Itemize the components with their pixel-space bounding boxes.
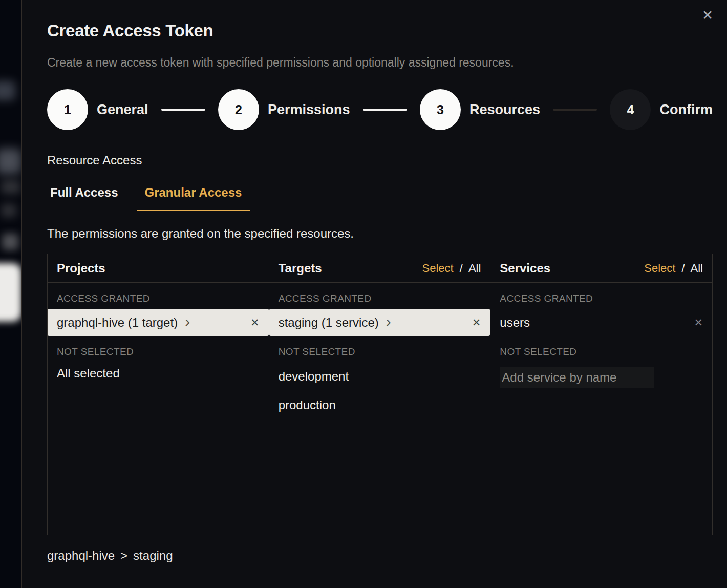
granted-target-row[interactable]: staging (1 service) › ✕ — [269, 309, 490, 336]
granted-project-row[interactable]: graphql-hive (1 target) › ✕ — [48, 309, 269, 336]
resource-selection-table: Projects ACCESS GRANTED graphql-hive (1 … — [47, 254, 713, 535]
step-confirm[interactable]: 4 Confirm — [610, 89, 713, 130]
step-label: Resources — [469, 102, 540, 118]
targets-select-all-link[interactable]: All — [468, 262, 481, 275]
breadcrumb-separator: > — [120, 549, 127, 563]
tab-granular-access[interactable]: Granular Access — [137, 185, 250, 211]
targets-column-header: Targets Select / All — [269, 254, 490, 283]
wizard-stepper: 1 General 2 Permissions 3 Resources 4 Co… — [47, 89, 713, 130]
tab-full-access[interactable]: Full Access — [47, 185, 121, 211]
background-blur-blob — [1, 204, 16, 217]
services-select-link[interactable]: Select — [644, 262, 675, 275]
remove-project-icon[interactable]: ✕ — [250, 317, 260, 329]
background-blur-blob — [0, 149, 21, 174]
targets-not-selected-list: development production — [269, 362, 490, 419]
remove-service-icon[interactable]: ✕ — [694, 317, 703, 329]
resource-access-heading: Resource Access — [47, 153, 713, 167]
targets-access-granted-label: ACCESS GRANTED — [279, 293, 481, 304]
step-connector-line — [363, 109, 407, 111]
services-select-all-link[interactable]: All — [691, 262, 703, 275]
create-access-token-modal: ✕ Create Access Token Create a new acces… — [21, 0, 727, 588]
target-item-production[interactable]: production — [269, 391, 490, 419]
background-page-blurred — [0, 0, 21, 588]
action-separator: / — [682, 262, 685, 275]
projects-access-granted-label: ACCESS GRANTED — [57, 293, 260, 304]
granted-target-label: staging (1 service) — [279, 316, 379, 330]
background-blur-blob — [2, 234, 18, 250]
modal-title: Create Access Token — [47, 21, 713, 40]
targets-not-selected-label: NOT SELECTED — [279, 346, 481, 358]
close-icon[interactable]: ✕ — [699, 7, 716, 24]
step-permissions[interactable]: 2 Permissions — [218, 89, 350, 130]
services-not-selected-label: NOT SELECTED — [500, 346, 703, 358]
granted-service-row: users ✕ — [490, 309, 712, 336]
breadcrumb: graphql-hive > staging — [47, 549, 713, 563]
background-blur-blob — [1, 180, 20, 194]
step-general[interactable]: 1 General — [47, 89, 148, 130]
step-label: General — [97, 102, 148, 118]
add-service-input[interactable] — [500, 367, 654, 388]
targets-column: Targets Select / All ACCESS GRANTED stag… — [269, 254, 491, 535]
chevron-right-icon: › — [386, 314, 391, 329]
breadcrumb-project: graphql-hive — [47, 549, 115, 563]
chevron-right-icon: › — [185, 314, 190, 329]
services-header-label: Services — [500, 261, 550, 276]
background-blur-blob — [0, 81, 15, 100]
targets-header-action: Select / All — [422, 262, 481, 275]
modal-subtitle: Create a new access token with specified… — [47, 56, 713, 70]
projects-header-label: Projects — [57, 261, 105, 276]
services-column-header: Services Select / All — [490, 254, 712, 283]
granted-service-label: users — [500, 316, 530, 330]
step-connector-line — [553, 109, 597, 111]
step-number-circle: 2 — [218, 89, 259, 130]
projects-column: Projects ACCESS GRANTED graphql-hive (1 … — [48, 254, 269, 535]
projects-column-header: Projects — [48, 254, 269, 283]
remove-target-icon[interactable]: ✕ — [472, 317, 481, 329]
targets-select-link[interactable]: Select — [422, 262, 454, 275]
step-resources[interactable]: 3 Resources — [420, 89, 540, 130]
targets-header-label: Targets — [279, 261, 322, 276]
projects-not-selected-label: NOT SELECTED — [57, 346, 260, 358]
projects-all-selected-note: All selected — [57, 366, 260, 381]
step-label: Permissions — [268, 102, 350, 118]
step-number-circle: 4 — [610, 89, 651, 130]
action-separator: / — [460, 262, 463, 275]
granular-access-description: The permissions are granted on the speci… — [47, 226, 713, 241]
step-number-circle: 3 — [420, 89, 461, 130]
step-label: Confirm — [659, 102, 713, 118]
target-item-development[interactable]: development — [269, 362, 490, 391]
step-connector-line — [161, 109, 205, 111]
background-blur-blob — [0, 263, 21, 322]
services-header-action: Select / All — [644, 262, 703, 275]
services-access-granted-label: ACCESS GRANTED — [500, 293, 703, 304]
access-mode-tabs: Full Access Granular Access — [47, 185, 713, 211]
services-column: Services Select / All ACCESS GRANTED use… — [490, 254, 712, 535]
breadcrumb-target: staging — [133, 549, 173, 563]
step-number-circle: 1 — [47, 89, 88, 130]
granted-project-label: graphql-hive (1 target) — [57, 316, 178, 330]
